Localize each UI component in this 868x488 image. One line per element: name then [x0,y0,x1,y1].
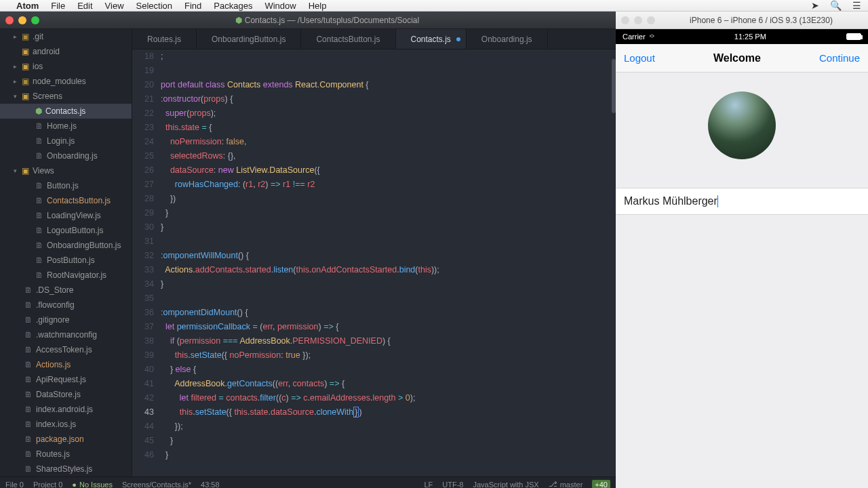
menu-window[interactable]: Window [264,1,296,11]
tree-dir[interactable]: ▸▣node_modules [0,74,132,89]
tree-file[interactable]: 🗎.flowconfig [0,298,132,312]
tab[interactable]: OnboardingButton.js [197,29,301,49]
menu-edit[interactable]: Edit [77,1,92,11]
status-git-diff[interactable]: +40 [592,480,610,488]
tree-dir[interactable]: ▾▣Views [0,163,132,178]
tree-file[interactable]: 🗎RootNavigator.js [0,268,132,283]
tree-file[interactable]: 🗎.gitignore [0,312,132,327]
menu-file[interactable]: File [51,1,65,11]
avatar[interactable] [708,92,776,159]
tree-file[interactable]: 🗎OnboardingButton.js [0,238,132,253]
tab[interactable]: Onboarding.js [467,29,548,49]
close-icon[interactable] [5,16,14,24]
atom-window: ⬢Contacts.js — /Users/tutsplus/Documents… [0,12,616,488]
tree-file[interactable]: 🗎LogoutButton.js [0,223,132,238]
tree-file[interactable]: 🗎PostButton.js [0,253,132,268]
tree-dir[interactable]: ▸▣ios [0,59,132,74]
text-cursor-icon [717,195,718,207]
tree-file[interactable]: 🗎package.json [0,432,132,447]
tree-file[interactable]: 🗎Actions.js [0,357,132,372]
close-icon[interactable] [621,16,629,24]
modified-dot-icon [456,37,460,41]
minimize-icon[interactable] [634,16,642,24]
tree-file[interactable]: 🗎ContactsButton.js [0,193,132,208]
sim-body: Markus Mühlberger [616,73,868,488]
code-editor[interactable]: 1819202122232425262728293031323334353637… [132,49,616,476]
menu-help[interactable]: Help [309,1,327,11]
status-issues[interactable]: ● No Issues [72,481,113,489]
status-project[interactable]: Project 0 [33,481,62,489]
nav-bar: Logout Welcome Continue [616,44,868,73]
clock: 11:25 PM [654,33,846,41]
tab-bar: Routes.js OnboardingButton.js ContactsBu… [132,29,616,49]
minimize-icon[interactable] [18,16,26,24]
tree-file[interactable]: 🗎.DS_Store [0,283,132,298]
sim-window-title: iPhone 6 – iPhone 6 / iOS 9.3 (13E230) [660,16,863,25]
location-icon[interactable]: ➤ [811,0,819,11]
tree-file[interactable]: 🗎Login.js [0,134,132,148]
tree-dir[interactable]: ▾▣Screens [0,89,132,104]
status-position[interactable]: 43:58 [201,481,220,489]
status-path[interactable]: Screens/Contacts.js* [122,481,191,489]
tree-file[interactable]: 🗎ApiRequest.js [0,372,132,387]
mac-menubar: Atom File Edit View Selection Find Packa… [0,0,868,12]
menu-app[interactable]: Atom [16,1,39,11]
menu-find[interactable]: Find [184,1,201,11]
tree-file[interactable]: 🗎SharedStyles.js [0,462,132,476]
tree-file[interactable]: 🗎Button.js [0,178,132,193]
ios-status-bar: Carrier ⌔ 11:25 PM [616,29,868,44]
file-tree[interactable]: ▸▣.git ▣android ▸▣ios ▸▣node_modules ▾▣S… [0,29,132,476]
name-field[interactable]: Markus Mühlberger [616,188,868,215]
tree-file[interactable]: 🗎DataStore.js [0,387,132,402]
menu-selection[interactable]: Selection [136,1,172,11]
nav-title: Welcome [655,52,819,64]
code-source[interactable]: ; port default class Contacts extends Re… [161,49,616,476]
status-language[interactable]: JavaScript with JSX [473,480,539,488]
status-encoding[interactable]: UTF-8 [442,480,463,488]
tab[interactable]: Routes.js [132,29,197,49]
sim-titlebar[interactable]: iPhone 6 – iPhone 6 / iOS 9.3 (13E230) [616,12,868,29]
status-branch[interactable]: ⎇ master [549,480,583,488]
tab[interactable]: Contacts.js [396,29,467,49]
line-gutter: 1819202122232425262728293031323334353637… [132,49,161,476]
battery-icon [846,33,861,40]
tree-file[interactable]: ⬢Contacts.js [0,104,132,119]
zoom-icon[interactable] [647,16,655,24]
menu-icon[interactable]: ☰ [852,0,861,11]
menu-packages[interactable]: Packages [214,1,252,11]
carrier-label: Carrier [623,33,646,41]
nav-logout-button[interactable]: Logout [624,52,655,64]
status-file[interactable]: File 0 [5,481,24,489]
tree-file[interactable]: 🗎index.ios.js [0,417,132,432]
status-bar: File 0 Project 0 ● No Issues Screens/Con… [0,476,616,488]
status-eol[interactable]: LF [424,480,433,488]
wifi-icon: ⌔ [650,33,654,41]
tree-dir[interactable]: ▸▣.git [0,29,132,44]
window-title: ⬢Contacts.js — /Users/tutsplus/Documents… [44,16,610,25]
tree-file[interactable]: 🗎Routes.js [0,447,132,462]
nav-continue-button[interactable]: Continue [819,52,860,64]
tree-file[interactable]: 🗎index.android.js [0,402,132,417]
spotlight-icon[interactable]: 🔍 [830,0,842,11]
zoom-icon[interactable] [31,16,39,24]
tree-dir[interactable]: ▣android [0,44,132,59]
menu-view[interactable]: View [105,1,124,11]
simulator-window: iPhone 6 – iPhone 6 / iOS 9.3 (13E230) C… [616,12,868,488]
tree-file[interactable]: 🗎Home.js [0,119,132,134]
tab[interactable]: ContactsButton.js [301,29,395,49]
scrollbar[interactable] [612,59,616,113]
tree-file[interactable]: 🗎.watchmanconfig [0,327,132,342]
tree-file[interactable]: 🗎AccessToken.js [0,342,132,357]
atom-titlebar[interactable]: ⬢Contacts.js — /Users/tutsplus/Documents… [0,12,616,29]
tree-file[interactable]: 🗎LoadingView.js [0,208,132,223]
tree-file[interactable]: 🗎Onboarding.js [0,148,132,163]
